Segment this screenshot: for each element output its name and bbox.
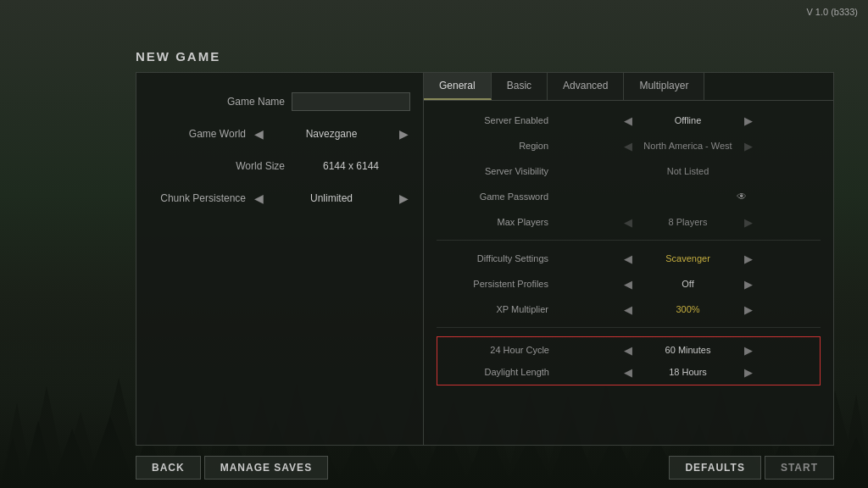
region-value: North America - West — [637, 141, 739, 151]
24-hour-cycle-next[interactable]: ▶ — [744, 344, 753, 357]
persistent-profiles-prev[interactable]: ◀ — [624, 278, 632, 291]
region-next[interactable]: ▶ — [744, 140, 753, 152]
defaults-button[interactable]: DEFAULTS — [669, 456, 760, 480]
difficulty-label: Difficulty Settings — [437, 253, 555, 263]
dialog-title: NEW GAME — [136, 49, 834, 64]
max-players-next[interactable]: ▶ — [744, 216, 753, 229]
daylight-length-value: 18 Hours — [637, 367, 739, 377]
server-enabled-label: Server Enabled — [437, 115, 555, 125]
24-hour-cycle-prev[interactable]: ◀ — [624, 344, 632, 357]
persistent-profiles-label: Persistent Profiles — [437, 279, 555, 289]
24-hour-cycle-value: 60 Minutes — [637, 345, 739, 355]
game-world-value: Navezgane — [272, 128, 391, 140]
chunk-persistence-prev[interactable]: ◀ — [253, 191, 265, 205]
difficulty-next[interactable]: ▶ — [744, 252, 753, 265]
version-label: V 1.0 (b333) — [806, 7, 858, 17]
server-visibility-row: Server Visibility Not Listed — [437, 160, 821, 182]
difficulty-value: Scavenger — [637, 253, 739, 263]
chunk-persistence-row: Chunk Persistence ◀ Unlimited ▶ — [149, 186, 410, 210]
xp-multiplier-value-group: ◀ 300% ▶ — [555, 303, 821, 316]
game-name-input[interactable] — [292, 92, 410, 111]
game-world-row: Game World ◀ Navezgane ▶ — [149, 122, 410, 146]
game-name-label: Game Name — [175, 96, 285, 108]
start-button[interactable]: START — [765, 456, 834, 480]
server-visibility-label: Server Visibility — [437, 166, 555, 176]
world-size-row: World Size 6144 x 6144 — [149, 154, 410, 178]
chunk-persistence-next[interactable]: ▶ — [398, 191, 410, 205]
tab-basic[interactable]: Basic — [492, 73, 548, 100]
max-players-value-group: ◀ 8 Players ▶ — [555, 216, 821, 229]
tabs-bar: General Basic Advanced Multiplayer — [424, 73, 833, 101]
persistent-profiles-next[interactable]: ▶ — [744, 278, 753, 291]
24-hour-cycle-value-group: ◀ 60 Minutes ▶ — [556, 344, 820, 357]
max-players-label: Max Players — [437, 217, 555, 227]
settings-content: Server Enabled ◀ Offline ▶ Region ◀ Nort… — [424, 101, 833, 445]
world-size-label: World Size — [175, 160, 285, 172]
server-enabled-value-group: ◀ Offline ▶ — [555, 114, 821, 127]
difficulty-row: Difficulty Settings ◀ Scavenger ▶ — [437, 247, 821, 269]
daylight-length-label: Daylight Length — [437, 367, 556, 377]
server-visibility-value-group: Not Listed — [555, 166, 821, 176]
chunk-persistence-label: Chunk Persistence — [136, 192, 246, 204]
region-prev[interactable]: ◀ — [624, 140, 632, 152]
back-button[interactable]: BACK — [136, 456, 201, 480]
xp-multiplier-next[interactable]: ▶ — [744, 303, 753, 316]
game-world-prev[interactable]: ◀ — [253, 127, 265, 141]
eye-icon[interactable]: 👁 — [737, 191, 747, 202]
chunk-persistence-value: Unlimited — [272, 192, 391, 204]
persistent-profiles-value-group: ◀ Off ▶ — [555, 278, 821, 291]
separator-1 — [437, 240, 821, 241]
max-players-row: Max Players ◀ 8 Players ▶ — [437, 211, 821, 233]
game-password-label: Game Password — [437, 191, 555, 202]
server-visibility-value: Not Listed — [637, 166, 739, 176]
persistent-profiles-value: Off — [637, 279, 739, 289]
server-enabled-prev[interactable]: ◀ — [624, 114, 632, 127]
daylight-length-prev[interactable]: ◀ — [624, 366, 632, 379]
game-password-row: Game Password 👁 — [437, 186, 821, 208]
tab-multiplayer[interactable]: Multiplayer — [624, 73, 704, 100]
game-password-value-group: 👁 — [555, 191, 821, 202]
right-panel: General Basic Advanced Multiplayer Serve… — [424, 72, 834, 446]
persistent-profiles-row: Persistent Profiles ◀ Off ▶ — [437, 273, 821, 295]
24-hour-cycle-row: 24 Hour Cycle ◀ 60 Minutes ▶ — [437, 339, 820, 361]
daylight-length-value-group: ◀ 18 Hours ▶ — [556, 366, 820, 379]
time-settings-section: 24 Hour Cycle ◀ 60 Minutes ▶ Daylight Le… — [437, 336, 821, 385]
game-name-row: Game Name — [149, 90, 410, 114]
region-value-group: ◀ North America - West ▶ — [555, 140, 821, 152]
game-world-next[interactable]: ▶ — [398, 127, 410, 141]
daylight-length-next[interactable]: ▶ — [744, 366, 753, 379]
manage-saves-button[interactable]: MANAGE SAVES — [204, 456, 328, 480]
xp-multiplier-value: 300% — [637, 304, 739, 314]
region-row: Region ◀ North America - West ▶ — [437, 135, 821, 157]
dialog-content: Game Name Game World ◀ Navezgane ▶ World… — [136, 72, 834, 446]
bottom-left-buttons: BACK MANAGE SAVES — [136, 456, 424, 480]
world-size-value: 6144 x 6144 — [292, 160, 410, 172]
xp-multiplier-row: XP Multiplier ◀ 300% ▶ — [437, 298, 821, 320]
max-players-value: 8 Players — [637, 217, 739, 227]
tab-advanced[interactable]: Advanced — [548, 73, 624, 100]
xp-multiplier-prev[interactable]: ◀ — [624, 303, 632, 316]
tab-general[interactable]: General — [424, 73, 492, 100]
max-players-prev[interactable]: ◀ — [624, 216, 632, 229]
separator-2 — [437, 327, 821, 328]
server-enabled-row: Server Enabled ◀ Offline ▶ — [437, 109, 821, 131]
game-world-label: Game World — [136, 128, 246, 140]
bottom-bar: BACK MANAGE SAVES DEFAULTS START — [136, 447, 834, 488]
left-panel: Game Name Game World ◀ Navezgane ▶ World… — [136, 72, 424, 446]
daylight-length-row: Daylight Length ◀ 18 Hours ▶ — [437, 361, 820, 383]
server-enabled-value: Offline — [637, 115, 739, 125]
bottom-right-buttons: DEFAULTS START — [424, 456, 834, 480]
server-enabled-next[interactable]: ▶ — [744, 114, 753, 127]
new-game-dialog: NEW GAME Game Name Game World ◀ Navezgan… — [136, 49, 834, 446]
difficulty-value-group: ◀ Scavenger ▶ — [555, 252, 821, 265]
24-hour-cycle-label: 24 Hour Cycle — [437, 345, 556, 355]
region-label: Region — [437, 141, 555, 151]
difficulty-prev[interactable]: ◀ — [624, 252, 632, 265]
xp-multiplier-label: XP Multiplier — [437, 304, 555, 314]
